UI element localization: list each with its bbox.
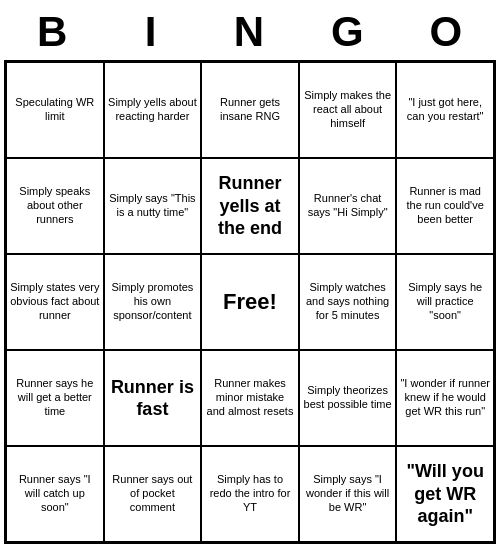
cell-4[interactable]: "I just got here, can you restart" <box>396 62 494 158</box>
cell-15[interactable]: Runner says he will get a better time <box>6 350 104 446</box>
title-letter-n: N <box>201 8 299 56</box>
cell-7[interactable]: Runner yells at the end <box>201 158 299 254</box>
cell-14[interactable]: Simply says he will practice "soon" <box>396 254 494 350</box>
cell-5[interactable]: Simply speaks about other runners <box>6 158 104 254</box>
cell-10[interactable]: Simply states very obvious fact about ru… <box>6 254 104 350</box>
cell-19[interactable]: "I wonder if runner knew if he would get… <box>396 350 494 446</box>
cell-13[interactable]: Simply watches and says nothing for 5 mi… <box>299 254 397 350</box>
bingo-title: BINGO <box>0 0 500 60</box>
title-letter-g: G <box>299 8 397 56</box>
cell-24[interactable]: "Will you get WR again" <box>396 446 494 542</box>
cell-1[interactable]: Simply yells about reacting harder <box>104 62 202 158</box>
cell-17[interactable]: Runner makes minor mistake and almost re… <box>201 350 299 446</box>
cell-21[interactable]: Runner says out of pocket comment <box>104 446 202 542</box>
cell-0[interactable]: Speculating WR limit <box>6 62 104 158</box>
title-letter-i: I <box>102 8 200 56</box>
cell-12[interactable]: Free! <box>201 254 299 350</box>
cell-18[interactable]: Simply theorizes best possible time <box>299 350 397 446</box>
bingo-grid: Speculating WR limitSimply yells about r… <box>4 60 496 544</box>
cell-8[interactable]: Runner's chat says "Hi Simply" <box>299 158 397 254</box>
title-letter-b: B <box>4 8 102 56</box>
cell-3[interactable]: Simply makes the react all about himself <box>299 62 397 158</box>
cell-11[interactable]: Simply promotes his own sponsor/content <box>104 254 202 350</box>
title-letter-o: O <box>398 8 496 56</box>
cell-9[interactable]: Runner is mad the run could've been bett… <box>396 158 494 254</box>
cell-2[interactable]: Runner gets insane RNG <box>201 62 299 158</box>
cell-6[interactable]: Simply says "This is a nutty time" <box>104 158 202 254</box>
cell-23[interactable]: Simply says "I wonder if this will be WR… <box>299 446 397 542</box>
cell-16[interactable]: Runner is fast <box>104 350 202 446</box>
cell-22[interactable]: Simply has to redo the intro for YT <box>201 446 299 542</box>
cell-20[interactable]: Runner says "I will catch up soon" <box>6 446 104 542</box>
